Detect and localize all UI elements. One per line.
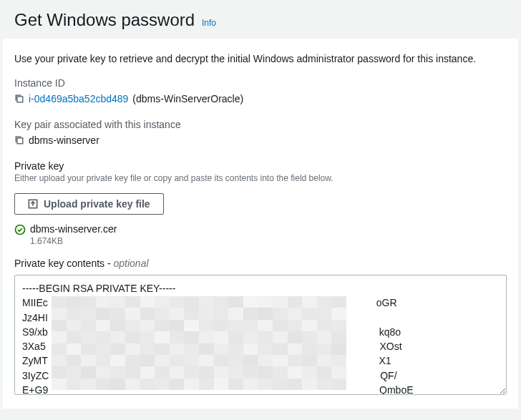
keypair-name-text: dbms-winserver bbox=[29, 135, 99, 146]
success-check-icon bbox=[14, 224, 26, 235]
copy-icon[interactable] bbox=[14, 94, 24, 104]
instance-id-label: Instance ID bbox=[14, 77, 507, 89]
copy-icon[interactable] bbox=[14, 135, 24, 145]
footer-actions: Cancel Decrypt password bbox=[0, 409, 521, 420]
private-key-textarea[interactable] bbox=[14, 275, 507, 395]
instance-id-row: i-0d469a5ba52cbd489 (dbms-WinServerOracl… bbox=[14, 93, 507, 104]
private-key-help-text: Either upload your private key file or c… bbox=[14, 173, 507, 183]
upload-button-label: Upload private key file bbox=[44, 198, 150, 210]
private-key-label: Private key bbox=[14, 160, 507, 172]
info-link[interactable]: Info bbox=[202, 18, 216, 28]
description-text: Use your private key to retrieve and dec… bbox=[14, 53, 507, 64]
svg-rect-0 bbox=[17, 97, 23, 102]
uploaded-file-status: dbms-winserver.cer 1.674KB bbox=[14, 223, 507, 246]
upload-private-key-button[interactable]: Upload private key file bbox=[14, 193, 164, 215]
keypair-label: Key pair associated with this instance bbox=[14, 119, 507, 130]
private-key-contents-label: Private key contents - optional bbox=[14, 258, 507, 269]
uploaded-file-name: dbms-winserver.cer bbox=[30, 223, 117, 235]
instance-name-text: (dbms-WinServerOracle) bbox=[132, 93, 243, 104]
main-panel: Use your private key to retrieve and dec… bbox=[3, 39, 518, 409]
instance-id-link[interactable]: i-0d469a5ba52cbd489 bbox=[29, 93, 128, 104]
uploaded-file-size: 1.674KB bbox=[30, 236, 117, 246]
keypair-row: dbms-winserver bbox=[14, 135, 507, 146]
page-title: Get Windows password bbox=[14, 10, 195, 29]
upload-icon bbox=[28, 199, 38, 209]
svg-rect-1 bbox=[17, 138, 23, 144]
